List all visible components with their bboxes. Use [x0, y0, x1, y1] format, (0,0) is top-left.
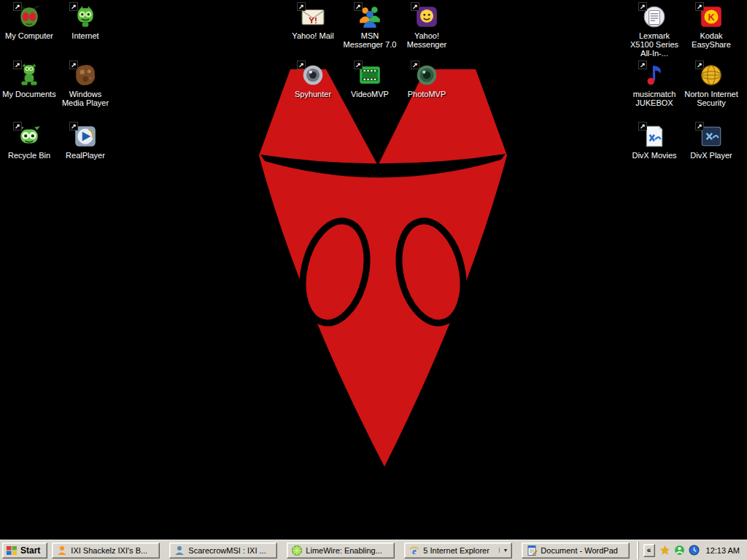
- kodak-easyshare-icon: K↗: [699, 4, 724, 29]
- clock-tray-icon[interactable]: [689, 545, 700, 556]
- shortcut-arrow-icon: ↗: [297, 2, 306, 11]
- desktop-icon-label: DivX Player: [684, 151, 739, 160]
- desktop-icon-label: Windows Media Player: [58, 90, 113, 107]
- desktop[interactable]: ↗My Computer↗Internet↗My Documents↗Windo…: [0, 0, 747, 540]
- taskbar-button-label: IXI Shackelz IXI's B...: [71, 546, 155, 555]
- shortcut-arrow-icon: ↗: [13, 2, 22, 11]
- internet-icon: ↗: [73, 4, 98, 29]
- desktop-icon-realplayer[interactable]: ↗RealPlayer: [58, 124, 113, 160]
- taskbar-button-internet-explorer-group[interactable]: e5 Internet Explorer▼: [404, 542, 512, 559]
- taskbar-button-label: ScarecrowMSI : IXI ...: [188, 546, 273, 555]
- desktop-icon-label: Lexmark X5100 Series All-In-...: [627, 31, 682, 58]
- desktop-icon-label: Internet: [58, 31, 113, 40]
- start-button[interactable]: Start: [2, 542, 47, 559]
- desktop-icon-label: Yahoo! Messenger: [399, 31, 454, 49]
- norton-internet-security-icon: ↗: [699, 63, 724, 88]
- shortcut-arrow-icon: ↗: [13, 122, 22, 131]
- taskbar-button-limewire[interactable]: LimeWire: Enabling...: [287, 542, 395, 559]
- desktop-icon-kodak-easyshare[interactable]: K↗Kodak EasyShare: [684, 4, 739, 49]
- shortcut-arrow-icon: ↗: [13, 61, 22, 69]
- shortcut-arrow-icon: ↗: [354, 61, 363, 69]
- taskbar-clock: 12:13 AM: [704, 546, 740, 555]
- gold-star-tray-icon[interactable]: [659, 545, 670, 556]
- taskbar-button-msn-conversation-2[interactable]: ScarecrowMSI : IXI ...: [169, 542, 277, 559]
- taskbar-button-label: LimeWire: Enabling...: [306, 546, 390, 555]
- shortcut-arrow-icon: ↗: [638, 2, 647, 11]
- desktop-icon-label: My Computer: [1, 31, 57, 40]
- desktop-icon-my-documents[interactable]: ↗My Documents: [1, 63, 57, 98]
- shortcut-arrow-icon: ↗: [69, 61, 78, 69]
- my-computer-icon: ↗: [17, 4, 42, 29]
- desktop-icon-internet[interactable]: ↗Internet: [58, 4, 113, 40]
- desktop-icon-label: MSN Messenger 7.0: [342, 31, 398, 49]
- desktop-icon-label: Norton Internet Security: [684, 90, 739, 107]
- desktop-icon-label: DivX Movies: [627, 151, 682, 160]
- tray-icons: [659, 545, 700, 556]
- desktop-icon-videomvp[interactable]: ↗VideoMVP: [342, 63, 398, 98]
- shortcut-arrow-icon: ↗: [695, 2, 704, 11]
- messenger-tray-icon[interactable]: [674, 545, 685, 556]
- shortcut-arrow-icon: ↗: [354, 2, 363, 11]
- musicmatch-jukebox-icon: ↗: [642, 63, 667, 88]
- realplayer-icon: ↗: [73, 124, 98, 149]
- desktop-icon-spyhunter[interactable]: ↗Spyhunter: [285, 63, 341, 98]
- wordpad-icon: [526, 545, 538, 556]
- internet-explorer-group-icon: e: [409, 545, 420, 556]
- shortcut-arrow-icon: ↗: [69, 2, 78, 11]
- svg-text:Y!: Y!: [309, 15, 317, 25]
- collapse-tray-button[interactable]: «: [643, 544, 655, 557]
- desktop-icon-windows-media-player[interactable]: ↗Windows Media Player: [58, 63, 113, 107]
- shortcut-arrow-icon: ↗: [297, 61, 306, 69]
- shortcut-arrow-icon: ↗: [638, 61, 647, 69]
- msn-messenger-icon: ↗: [357, 4, 382, 29]
- desktop-icon-msn-messenger[interactable]: ↗MSN Messenger 7.0: [342, 4, 398, 49]
- divx-player-icon: ↗: [699, 124, 724, 149]
- svg-text:K: K: [708, 12, 715, 23]
- desktop-icon-photomvp[interactable]: ↗PhotoMVP: [399, 63, 454, 98]
- yahoo-messenger-icon: ↗: [414, 4, 439, 29]
- system-tray: « 12:13 AM: [638, 542, 745, 559]
- irken-insignia-logo: [259, 69, 507, 467]
- shortcut-arrow-icon: ↗: [69, 122, 78, 131]
- spyhunter-icon: ↗: [301, 63, 325, 88]
- desktop-icon-label: Recycle Bin: [1, 151, 57, 160]
- taskbar: Start IXI Shackelz IXI's B...ScarecrowMS…: [0, 540, 747, 560]
- taskbar-button-wordpad[interactable]: Document - WordPad: [522, 542, 630, 559]
- shortcut-arrow-icon: ↗: [695, 122, 704, 131]
- msn-conversation-2-icon: [174, 545, 185, 556]
- videomvp-icon: ↗: [357, 63, 382, 88]
- desktop-icon-label: RealPlayer: [58, 151, 113, 160]
- desktop-icon-label: PhotoMVP: [399, 90, 454, 98]
- yahoo-mail-icon: Y!↗: [301, 4, 325, 29]
- desktop-icon-label: VideoMVP: [342, 90, 398, 98]
- desktop-icon-divx-movies[interactable]: ↗DivX Movies: [627, 124, 682, 160]
- taskbar-button-msn-conversation-1[interactable]: IXI Shackelz IXI's B...: [52, 542, 160, 559]
- desktop-icon-musicmatch-jukebox[interactable]: ↗musicmatch JUKEBOX: [627, 63, 682, 107]
- desktop-icon-label: musicmatch JUKEBOX: [627, 90, 682, 107]
- desktop-icon-my-computer[interactable]: ↗My Computer: [1, 4, 57, 40]
- desktop-icon-lexmark[interactable]: ↗Lexmark X5100 Series All-In-...: [627, 4, 682, 58]
- shortcut-arrow-icon: ↗: [411, 61, 419, 69]
- my-documents-icon: ↗: [17, 63, 42, 88]
- task-buttons: IXI Shackelz IXI's B...ScarecrowMSI : IX…: [47, 542, 630, 559]
- shortcut-arrow-icon: ↗: [638, 122, 647, 131]
- taskbar-button-label: Document - WordPad: [541, 546, 625, 555]
- desktop-icon-label: Yahoo! Mail: [285, 31, 341, 40]
- desktop-icon-norton-internet-security[interactable]: ↗Norton Internet Security: [684, 63, 739, 107]
- limewire-icon: [291, 545, 303, 556]
- chevron-down-icon[interactable]: ▼: [499, 548, 508, 553]
- desktop-icon-yahoo-mail[interactable]: Y!↗Yahoo! Mail: [285, 4, 341, 40]
- desktop-icon-divx-player[interactable]: ↗DivX Player: [684, 124, 739, 160]
- taskbar-button-label: 5 Internet Explorer: [423, 546, 495, 555]
- desktop-icon-yahoo-messenger[interactable]: ↗Yahoo! Messenger: [399, 4, 454, 49]
- lexmark-icon: ↗: [642, 4, 667, 29]
- photomvp-icon: ↗: [414, 63, 439, 88]
- divx-movies-icon: ↗: [642, 124, 667, 149]
- desktop-icon-label: My Documents: [1, 90, 57, 98]
- start-button-label: Start: [20, 545, 40, 556]
- msn-conversation-1-icon: [56, 545, 68, 556]
- windows-media-player-icon: ↗: [73, 63, 98, 88]
- desktop-icon-label: Spyhunter: [285, 90, 341, 98]
- desktop-icon-label: Kodak EasyShare: [684, 31, 739, 49]
- desktop-icon-recycle-bin[interactable]: ↗Recycle Bin: [1, 124, 57, 160]
